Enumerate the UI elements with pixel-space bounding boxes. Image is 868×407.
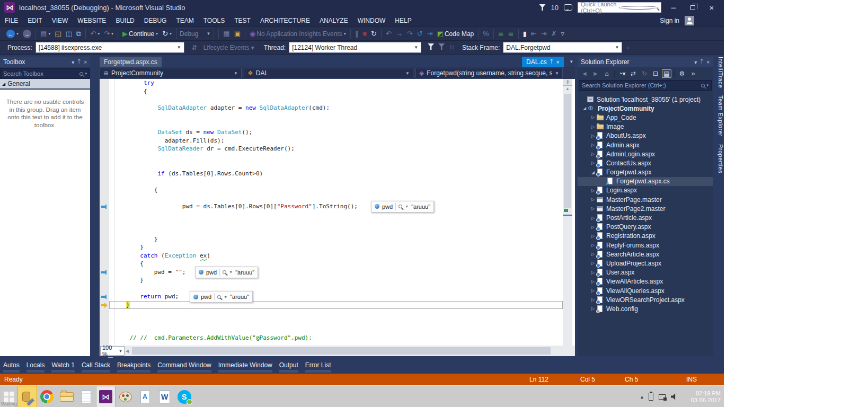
- tree-item-adminlogin-aspx[interactable]: ▷AdminLogin.aspx: [578, 149, 713, 158]
- pause-button[interactable]: ∥: [353, 28, 361, 40]
- menu-view[interactable]: VIEW: [47, 15, 73, 26]
- expander-collapsed-icon[interactable]: ▷: [589, 288, 597, 293]
- taskbar-clock[interactable]: 02:19 PM 03-06-2017: [684, 390, 721, 404]
- menu-test[interactable]: TEST: [229, 15, 255, 26]
- bottom-tab-command-window[interactable]: Command Window: [157, 361, 211, 374]
- thread-dropdown[interactable]: [12124] Worker Thread▼: [289, 42, 421, 53]
- uncomment-lines-button[interactable]: ≣: [506, 28, 516, 40]
- bottom-tab-autos[interactable]: Autos: [3, 361, 20, 374]
- datatip[interactable]: pwd▼"aruuu": [190, 291, 253, 303]
- code-editor[interactable]: try { SqlDataAdapter adapter = new SqlDa…: [100, 79, 575, 346]
- datatip[interactable]: pwd▼"aruuu": [371, 201, 434, 213]
- close-icon[interactable]: ×: [706, 59, 710, 65]
- hex-display-button[interactable]: %: [481, 28, 491, 40]
- expander-collapsed-icon[interactable]: ▷: [589, 306, 597, 311]
- expander-collapsed-icon[interactable]: ▷: [589, 143, 597, 147]
- tree-item-solution-localhost-38055-1-project[interactable]: ∞Solution 'localhost_38055' (1 project): [578, 95, 713, 104]
- sidebar-tab-properties[interactable]: Properties: [714, 144, 724, 173]
- menu-team[interactable]: TEAM: [171, 15, 198, 26]
- menu-analyze[interactable]: ANALYZE: [315, 15, 353, 26]
- tree-item-searcharticle-aspx[interactable]: ▷SearchArticle.aspx: [578, 250, 713, 259]
- document-list-dropdown-icon[interactable]: ▾: [570, 59, 573, 64]
- home-button[interactable]: ⌂: [602, 70, 612, 77]
- expander-collapsed-icon[interactable]: ▷: [589, 297, 597, 302]
- reset-thread-filter-icon[interactable]: [438, 43, 445, 51]
- expander-collapsed-icon[interactable]: ▷: [589, 261, 597, 266]
- continue-button[interactable]: ▶Continue▾: [120, 28, 160, 40]
- close-icon[interactable]: ×: [84, 59, 87, 65]
- tree-item-forgetpwd-aspx-cs[interactable]: ⇄Forgetpwd.aspx.cs: [578, 177, 713, 186]
- datatip-pin-icon[interactable]: [101, 269, 108, 276]
- taskbar-word-button[interactable]: W: [155, 386, 174, 407]
- battery-icon[interactable]: [649, 393, 653, 401]
- menu-tools[interactable]: TOOLS: [199, 15, 229, 26]
- tree-item-viewallqueries-aspx[interactable]: ▷ViewAllQueries.aspx: [578, 286, 713, 295]
- bottom-tab-locals[interactable]: Locals: [26, 361, 45, 374]
- bottom-tab-call-stack[interactable]: Call Stack: [82, 361, 110, 374]
- datatip[interactable]: pwd▼"aruuu": [195, 267, 258, 278]
- tab-dal-cs[interactable]: DAL.cs ⍑ ×: [522, 57, 564, 67]
- scrollbar-thumb[interactable]: [564, 94, 571, 208]
- pending-changes-filter-button[interactable]: ◔▾: [617, 70, 627, 77]
- pin-icon[interactable]: ⍑: [550, 59, 553, 65]
- window-position-icon[interactable]: ▾: [72, 59, 74, 65]
- properties-button[interactable]: ⚙: [677, 70, 687, 77]
- navigate-backward-button[interactable]: ←▾: [4, 28, 21, 40]
- tree-item-registration-aspx[interactable]: ▷Registration.aspx: [578, 232, 713, 241]
- close-button[interactable]: ×: [705, 3, 719, 12]
- stop-button[interactable]: ■: [360, 28, 369, 40]
- flag-threads-icon[interactable]: ⚐: [449, 44, 455, 51]
- datatip-pin-icon[interactable]: [101, 204, 108, 210]
- notification-filter-icon[interactable]: [539, 4, 546, 11]
- pin-icon[interactable]: ⍑: [700, 59, 703, 65]
- scroll-left-icon[interactable]: ◀: [126, 349, 129, 353]
- expander-collapsed-icon[interactable]: ▷: [589, 243, 597, 247]
- expander-collapsed-icon[interactable]: ▷: [589, 161, 597, 165]
- menu-file[interactable]: FILE: [0, 15, 23, 26]
- vertical-scrollbar[interactable]: ⇕ ▲: [563, 79, 572, 346]
- menu-debug[interactable]: DEBUG: [139, 15, 172, 26]
- close-icon[interactable]: ×: [556, 59, 560, 65]
- solution-explorer-titlebar[interactable]: Solution Explorer ▾ ⍑ ×: [578, 57, 713, 67]
- menu-build[interactable]: BUILD: [111, 15, 139, 26]
- bottom-tab-breakpoints[interactable]: Breakpoints: [117, 361, 150, 374]
- expander-collapsed-icon[interactable]: ▷: [589, 206, 597, 211]
- overflow-button[interactable]: »: [688, 70, 698, 77]
- horizontal-scrollbar[interactable]: ◀: [125, 346, 563, 356]
- taskbar-wordpad-button[interactable]: A: [135, 386, 155, 407]
- lifecycle-events-dropdown[interactable]: Lifecycle Events ▾: [203, 44, 254, 51]
- class-dropdown[interactable]: ❖DAL▼: [244, 68, 413, 78]
- step-out-button[interactable]: ↺: [415, 28, 425, 40]
- tree-item-forgetpwd-aspx[interactable]: ◢Forgetpwd.aspx: [578, 168, 713, 177]
- back-button[interactable]: ◄: [580, 70, 589, 77]
- expander-collapsed-icon[interactable]: ▷: [589, 252, 597, 256]
- bottom-tab-immediate-window[interactable]: Immediate Window: [218, 361, 272, 374]
- search-icon[interactable]: [223, 270, 226, 274]
- expander-collapsed-icon[interactable]: ▷: [589, 225, 597, 229]
- stack-frame-dropdown[interactable]: DAL.Forgetpwd▼: [503, 42, 622, 53]
- filter-threads-icon[interactable]: [428, 43, 434, 51]
- datatip-pin-icon[interactable]: [101, 294, 108, 300]
- taskbar-notepad-button[interactable]: [76, 386, 96, 407]
- taskbar-skype-button[interactable]: S: [174, 386, 194, 407]
- redo-button[interactable]: ↷▾: [102, 28, 116, 40]
- tree-item-masterpage2-master[interactable]: ▷MasterPage2.master: [578, 204, 713, 213]
- expander-collapsed-icon[interactable]: ▷: [589, 197, 597, 202]
- restart-debug-button[interactable]: ↻: [369, 28, 379, 40]
- expander-expanded-icon[interactable]: ◢: [581, 106, 588, 111]
- sign-in-link[interactable]: Sign in: [660, 17, 685, 24]
- taskbar-chrome-button[interactable]: [37, 386, 57, 407]
- navigate-forward-button[interactable]: →: [21, 28, 33, 40]
- open-file-button[interactable]: ◱: [52, 28, 63, 40]
- tab-forgetpwd-aspx-cs[interactable]: Forgetpwd.aspx.cs: [100, 57, 162, 67]
- chevron-down-icon[interactable]: ▼: [229, 270, 233, 274]
- step-over-button[interactable]: ↷: [405, 28, 415, 40]
- zoom-dropdown[interactable]: 100 %▼: [100, 346, 125, 356]
- step-backward-button[interactable]: ↶: [384, 28, 394, 40]
- toggle-bookmark-button[interactable]: ▮: [521, 28, 529, 40]
- tree-item-viewallarticles-aspx[interactable]: ▷ViewAllArticles.aspx: [578, 277, 713, 286]
- minimize-button[interactable]: ─: [667, 4, 680, 12]
- network-icon[interactable]: [659, 394, 666, 400]
- expander-expanded-icon[interactable]: ◢: [589, 170, 597, 175]
- tree-item-vieworsearchproject-aspx[interactable]: ▷ViewORSearchProject.aspx: [578, 295, 713, 304]
